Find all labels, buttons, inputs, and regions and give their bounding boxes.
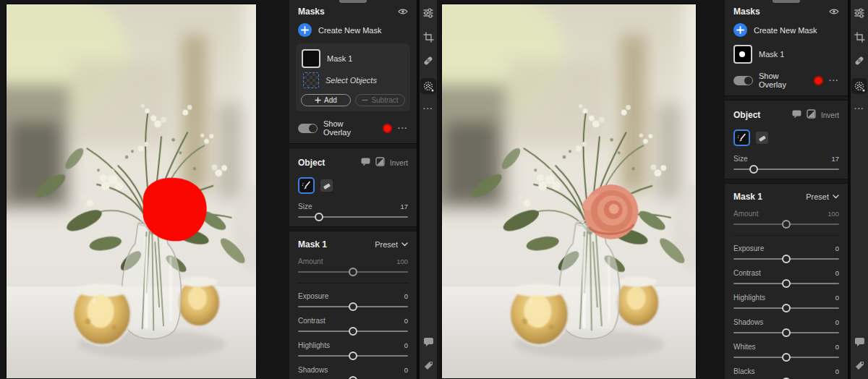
plus-icon <box>298 23 312 37</box>
eraser-tool[interactable] <box>320 179 333 192</box>
show-overlay-toggle[interactable] <box>733 76 753 85</box>
adjustments-icon[interactable] <box>853 7 866 20</box>
size-slider[interactable] <box>733 169 839 170</box>
mask-overlay-red <box>143 178 207 242</box>
size-value: 17 <box>400 203 408 210</box>
tag-icon[interactable] <box>853 359 866 372</box>
mask-list: Mask 1 Select Objects Add Subtract <box>296 43 410 111</box>
mask-item[interactable]: Mask 1 <box>725 43 848 69</box>
masking-icon[interactable] <box>851 78 867 94</box>
object-title: Object <box>298 158 356 168</box>
masking-icon[interactable] <box>420 78 436 94</box>
tag-icon[interactable] <box>422 359 435 372</box>
photo-right-image <box>442 4 696 378</box>
invert-icon[interactable] <box>375 156 385 169</box>
shadows-slider[interactable] <box>733 332 839 333</box>
size-label: Size <box>733 155 747 163</box>
slider-row-shadows: Shadows0 <box>289 364 417 379</box>
lightroom-masking-comparison: Masks Create New Mask Mask 1 <box>0 0 868 379</box>
preset-dropdown[interactable]: Preset <box>806 192 839 201</box>
comment-icon[interactable] <box>792 108 801 122</box>
masks-panel-left: Masks Create New Mask Mask 1 <box>289 0 417 379</box>
select-objects-label: Select Objects <box>326 76 377 85</box>
brush-select-tool[interactable] <box>298 177 315 194</box>
overlay-options-menu[interactable]: ··· <box>829 77 839 85</box>
amount-slider[interactable] <box>733 223 839 225</box>
masks-panel-right: Masks Create New Mask Mask 1 Show Overla… <box>725 0 848 379</box>
mask-section-title: Mask 1 <box>298 239 375 250</box>
photo-area-left <box>0 0 289 379</box>
select-objects-thumbnail[interactable] <box>303 72 319 88</box>
size-value: 17 <box>831 155 839 163</box>
contrast-slider[interactable] <box>733 283 839 284</box>
comments-icon[interactable] <box>422 336 435 349</box>
exposure-slider[interactable] <box>733 258 839 260</box>
slider-row-shadows: Shadows0 <box>725 316 848 341</box>
size-label: Size <box>298 203 312 210</box>
chevron-down-icon <box>833 195 839 199</box>
slider-row-exposure: Exposure0 <box>289 290 417 315</box>
chevron-down-icon <box>401 242 408 247</box>
slider-row-amount: Amount100 <box>725 208 848 232</box>
overlay-color-swatch[interactable] <box>383 124 392 133</box>
healing-icon[interactable] <box>422 54 435 67</box>
masks-title: Masks <box>733 7 760 17</box>
panel-drag-handle[interactable] <box>339 0 367 3</box>
contrast-slider[interactable] <box>298 331 408 332</box>
mask-thumbnail[interactable] <box>733 45 752 64</box>
highlights-slider[interactable] <box>733 307 839 309</box>
mask-component-select-objects[interactable]: Select Objects <box>300 70 406 90</box>
photo-area-right <box>437 0 725 379</box>
slider-row-contrast: Contrast0 <box>725 267 848 291</box>
adjustments-icon[interactable] <box>422 7 435 20</box>
slider-row-highlights: Highlights0 <box>289 339 417 364</box>
object-section-left: Object Invert <box>289 148 417 226</box>
healing-icon[interactable] <box>853 54 866 67</box>
size-slider-knob[interactable] <box>315 213 323 221</box>
eraser-tool[interactable] <box>756 132 768 144</box>
comments-icon[interactable] <box>853 336 866 349</box>
whites-slider[interactable] <box>733 357 839 358</box>
amount-slider[interactable] <box>298 271 408 273</box>
mask-item[interactable]: Mask 1 <box>300 47 406 70</box>
crop-icon[interactable] <box>853 30 866 43</box>
photo-canvas-right[interactable] <box>441 4 697 379</box>
masks-title: Masks <box>298 7 325 17</box>
exposure-slider[interactable] <box>298 306 408 307</box>
eye-icon[interactable] <box>398 7 408 17</box>
mask-section-title: Mask 1 <box>733 192 806 202</box>
brush-select-tool[interactable] <box>733 129 750 146</box>
overlay-options-menu[interactable]: ··· <box>398 124 408 132</box>
invert-icon[interactable] <box>807 108 816 122</box>
create-new-mask-button[interactable]: Create New Mask <box>289 21 417 43</box>
after-view: Masks Create New Mask Mask 1 Show Overla… <box>437 0 868 379</box>
photo-canvas-left[interactable] <box>6 4 257 379</box>
preset-dropdown[interactable]: Preset <box>375 240 408 249</box>
comment-icon[interactable] <box>361 156 370 169</box>
show-overlay-label: Show Overlay <box>323 119 371 137</box>
create-new-mask-button[interactable]: Create New Mask <box>725 21 848 43</box>
object-section-right: Object Invert <box>725 101 848 179</box>
add-button[interactable]: Add <box>301 94 351 106</box>
panel-drag-handle[interactable] <box>773 0 800 3</box>
subtract-button[interactable]: Subtract <box>355 94 405 106</box>
photo-left-image <box>7 4 256 378</box>
mask-name: Mask 1 <box>759 50 784 59</box>
slider-row-whites: Whites0 <box>725 341 848 365</box>
eye-icon[interactable] <box>829 7 839 17</box>
create-new-mask-label: Create New Mask <box>754 26 817 35</box>
size-slider[interactable] <box>298 216 408 218</box>
more-tools-menu[interactable]: ··· <box>423 105 433 113</box>
overlay-color-swatch[interactable] <box>814 76 823 85</box>
highlights-slider[interactable] <box>298 355 408 357</box>
more-tools-menu[interactable]: ··· <box>854 105 864 113</box>
slider-row-amount: Amount100 <box>289 255 417 280</box>
create-new-mask-label: Create New Mask <box>318 26 381 35</box>
mask-name: Mask 1 <box>327 54 352 63</box>
show-overlay-label: Show Overlay <box>759 72 802 89</box>
size-slider-knob[interactable] <box>749 165 758 174</box>
mask-thumbnail[interactable] <box>302 49 320 68</box>
crop-icon[interactable] <box>422 30 435 43</box>
show-overlay-toggle[interactable] <box>298 124 318 133</box>
invert-label: Invert <box>821 111 839 119</box>
